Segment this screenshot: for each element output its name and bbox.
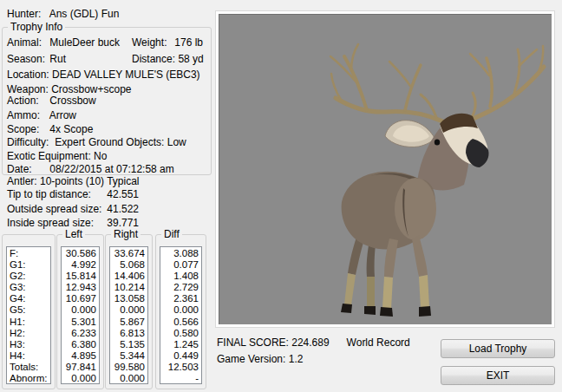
action-label: Action: xyxy=(7,95,47,107)
game-version-label: Game Version: xyxy=(217,353,285,365)
season-label: Season: xyxy=(7,53,47,65)
right-value: 10.214 xyxy=(110,282,147,293)
diff-value: 1.408 xyxy=(160,271,201,282)
right-value: 0.000 xyxy=(110,304,147,316)
diff-value: 1.245 xyxy=(160,339,201,350)
scope-label: Scope: xyxy=(7,123,47,135)
location-value: DEAD VALLEY MULE'S (EBC3) xyxy=(52,69,200,81)
animal-row: Animal: MuleDeer buck Weight: 176 lb xyxy=(7,36,212,49)
diff-value: 0.566 xyxy=(160,317,201,328)
left-values-listbox[interactable]: 30.586 4.992 15.814 12.943 10.697 0.000 … xyxy=(61,246,100,384)
left-value: 6.380 xyxy=(62,339,99,350)
diff-value: 12.503 xyxy=(160,362,201,373)
final-score-row: FINAL SCORE: 224.689 World Record xyxy=(217,336,410,349)
left-value: 30.586 xyxy=(62,248,99,259)
exotic-equipment-label: Exotic Equipment: xyxy=(7,150,91,162)
antler-summary-text: Antler: 10-points (10) Typical xyxy=(7,175,140,187)
difficulty-value: Expert xyxy=(55,136,85,148)
distance-label: Distance: xyxy=(132,53,175,65)
diff-value: 0.580 xyxy=(160,328,201,339)
inside-spread-label: Inside spread size: xyxy=(7,217,104,229)
weapon-label: Weapon: xyxy=(7,83,49,95)
left-column-title: Left xyxy=(62,228,85,240)
measure-row-label: H4: xyxy=(7,350,50,362)
diff-column-groupbox: Diff 3.088 0.077 1.408 2.729 2.361 0.000… xyxy=(155,234,206,389)
diff-value: 2.729 xyxy=(160,282,201,293)
left-value: 12.943 xyxy=(62,282,99,293)
left-value: 0.000 xyxy=(62,304,99,316)
left-value: 10.697 xyxy=(62,293,99,304)
scope-value: 4x Scope xyxy=(49,123,93,135)
left-value: 6.233 xyxy=(62,328,99,339)
diff-value: 0.000 xyxy=(160,304,201,316)
deer-render xyxy=(219,15,552,324)
action-row: Action: Crossbow xyxy=(7,95,212,107)
measure-row-label: G4: xyxy=(7,293,50,304)
tip-to-tip-row: Tip to tip distance: 42.551 xyxy=(7,188,212,200)
diff-column-title: Diff xyxy=(161,228,182,240)
final-score-value: 224.689 xyxy=(291,336,340,349)
right-value: 99.580 xyxy=(110,362,147,373)
game-version-row: Game Version: 1.2 xyxy=(217,353,303,365)
right-value: 5.135 xyxy=(110,339,147,350)
trophy-3d-viewport[interactable] xyxy=(219,14,552,324)
right-value: 13.058 xyxy=(110,293,147,304)
right-value: 5.344 xyxy=(110,350,147,362)
action-value: Crossbow xyxy=(49,95,95,107)
exit-button[interactable]: EXIT xyxy=(441,366,555,385)
date-label: Date: xyxy=(7,163,47,175)
right-value: 6.813 xyxy=(110,328,147,339)
trophy-viewer-window: Hunter: Ans (GDL) Fun Trophy Info Animal… xyxy=(0,0,562,392)
measure-row-label: Abnorm: xyxy=(7,373,50,384)
difficulty-label: Difficulty: xyxy=(7,136,52,148)
measure-labels-listbox[interactable]: F: G1: G2: G3: G4: G5: H1: H2: H3: H4: T… xyxy=(6,246,51,384)
location-label: Location: xyxy=(7,69,49,81)
exotic-equipment-row: Exotic Equipment: No xyxy=(7,150,212,162)
left-value: 97.841 xyxy=(62,362,99,373)
season-value: Rut xyxy=(49,53,66,65)
trophy-viewport-frame xyxy=(215,10,555,328)
weight-label: Weight: xyxy=(132,36,172,49)
outside-spread-value: 41.522 xyxy=(107,203,139,215)
distance-value: 58 yd xyxy=(178,53,203,65)
date-row: Date: 08/22/2015 at 07:12:58 am xyxy=(7,163,212,175)
trophy-info-title: Trophy Info xyxy=(8,21,65,33)
right-column-groupbox: Right 33.674 5.068 14.406 10.214 13.058 … xyxy=(105,234,153,389)
load-trophy-button[interactable]: Load Trophy xyxy=(441,339,555,358)
diff-value: 3.088 xyxy=(160,248,201,259)
tip-to-tip-value: 42.551 xyxy=(107,188,139,200)
diff-value: - xyxy=(160,373,201,384)
diff-value: 0.077 xyxy=(160,259,201,271)
weight-value: 176 lb xyxy=(174,36,203,49)
ammo-label: Ammo: xyxy=(7,109,47,121)
outside-spread-label: Outside spread size: xyxy=(7,203,104,215)
outside-spread-row: Outside spread size: 41.522 xyxy=(7,203,212,215)
weapon-row: Weapon: Crossbow+scope xyxy=(7,83,212,95)
exotic-equipment-value: No xyxy=(94,150,107,162)
measure-row-label: H1: xyxy=(7,317,50,328)
measure-labels-groupbox: F: G1: G2: G3: G4: G5: H1: H2: H3: H4: T… xyxy=(2,234,56,389)
inside-spread-row: Inside spread size: 39.771 xyxy=(7,217,212,229)
diff-values-listbox[interactable]: 3.088 0.077 1.408 2.729 2.361 0.000 0.56… xyxy=(160,246,202,384)
measure-row-label: Totals: xyxy=(7,362,50,373)
right-value: 33.674 xyxy=(110,248,147,259)
diff-value: 0.449 xyxy=(160,350,201,362)
ammo-value: Arrow xyxy=(49,109,76,121)
ammo-row: Ammo: Arrow xyxy=(7,109,212,121)
tip-to-tip-label: Tip to tip distance: xyxy=(7,188,104,200)
hunter-value: Ans (GDL) Fun xyxy=(49,8,120,20)
right-column-title: Right xyxy=(111,228,140,240)
scope-row: Scope: 4x Scope xyxy=(7,123,212,135)
location-row: Location: DEAD VALLEY MULE'S (EBC3) xyxy=(7,69,212,81)
left-value: 5.301 xyxy=(62,317,99,328)
left-column-groupbox: Left 30.586 4.992 15.814 12.943 10.697 0… xyxy=(56,234,104,389)
measure-row-label: G1: xyxy=(7,259,50,271)
hunter-row: Hunter: Ans (GDL) Fun xyxy=(7,8,212,20)
left-value: 4.992 xyxy=(62,259,99,271)
right-values-listbox[interactable]: 33.674 5.068 14.406 10.214 13.058 0.000 … xyxy=(109,246,148,384)
animal-value: MuleDeer buck xyxy=(49,36,120,49)
right-value: 5.068 xyxy=(110,259,147,271)
left-value: 0.000 xyxy=(62,373,99,384)
measure-row-label: F: xyxy=(7,248,50,259)
right-value: 0.000 xyxy=(110,373,147,384)
